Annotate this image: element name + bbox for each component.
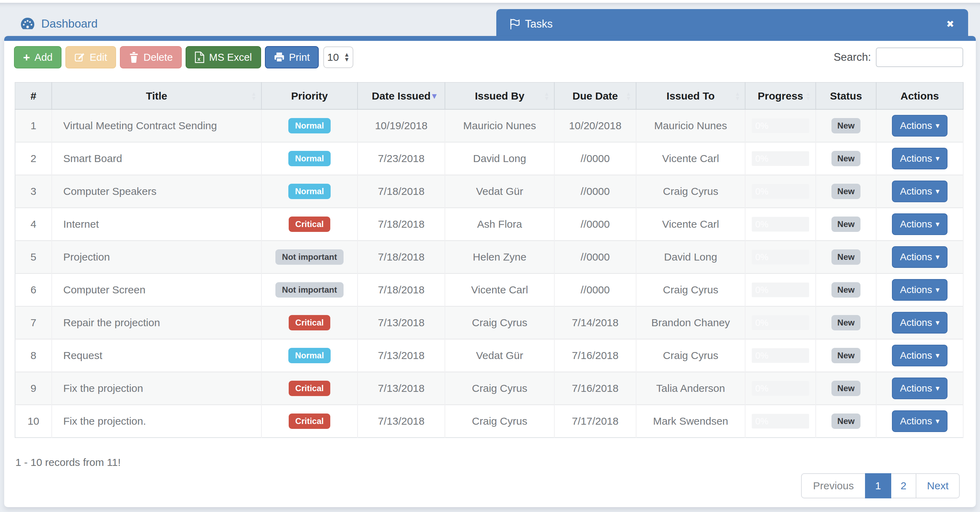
tasks-table: #Title▲▼PriorityDate Issued▼Issued By▲▼D… — [15, 82, 964, 438]
add-button[interactable]: + Add — [14, 46, 62, 68]
cell-issued-to: Vicente Carl — [636, 142, 745, 175]
caret-down-icon: ▾ — [935, 352, 939, 359]
trash-icon — [129, 52, 139, 63]
cell-date-issued: 7/13/2018 — [358, 405, 445, 437]
printer-icon — [274, 52, 285, 62]
column-header-label: Actions — [900, 90, 939, 101]
column-header-status: Status — [816, 82, 876, 109]
row-actions-label: Actions — [900, 284, 932, 295]
cell-actions: Actions▾ — [876, 109, 963, 142]
cell-due-date: //0000 — [554, 241, 636, 273]
priority-badge: Critical — [289, 381, 330, 396]
pagination-page-2[interactable]: 2 — [891, 473, 917, 498]
cell-date-issued: 7/18/2018 — [358, 208, 445, 241]
column-header-title[interactable]: Title▲▼ — [52, 82, 261, 109]
excel-button[interactable]: x MS Excel — [186, 46, 261, 68]
cell-issued-to: David Long — [636, 241, 745, 273]
pagination: Previous12Next — [801, 473, 960, 498]
column-header-num: # — [15, 82, 52, 109]
cell-actions: Actions▾ — [876, 208, 963, 241]
search-input[interactable] — [876, 48, 963, 67]
column-header-label: Status — [830, 90, 862, 101]
progress-bar: 0% — [752, 282, 809, 297]
pagination-next[interactable]: Next — [916, 473, 960, 498]
priority-badge: Critical — [289, 217, 330, 232]
row-actions-button[interactable]: Actions▾ — [892, 312, 948, 333]
cell-title: Computer Screen — [52, 273, 261, 306]
status-badge: New — [832, 414, 861, 429]
svg-text:x: x — [197, 56, 200, 62]
tachometer-icon — [19, 16, 36, 31]
cell-issued-to: Craig Cyrus — [636, 175, 745, 208]
cell-issued-to: Craig Cyrus — [636, 339, 745, 372]
cell-status: New — [816, 175, 876, 208]
progress-bar: 0% — [752, 315, 809, 330]
cell-actions: Actions▾ — [876, 175, 963, 208]
tab-dashboard[interactable]: Dashboard — [19, 11, 97, 36]
cell-status: New — [816, 241, 876, 273]
cell-progress: 0% — [745, 175, 816, 208]
row-actions-label: Actions — [900, 317, 932, 328]
table-row: 1Virtual Meeting Contract SendingNormal1… — [15, 109, 963, 142]
row-actions-label: Actions — [900, 383, 932, 394]
close-icon[interactable]: ✖ — [946, 19, 954, 30]
cell-date-issued: 7/13/2018 — [358, 372, 445, 405]
cell-progress: 0% — [745, 208, 816, 241]
cell-priority: Normal — [261, 175, 358, 208]
cell-priority: Critical — [261, 372, 358, 405]
column-header-progress[interactable]: Progress▲▼ — [745, 82, 816, 109]
row-actions-button[interactable]: Actions▾ — [892, 148, 948, 170]
caret-down-icon: ▾ — [935, 187, 939, 195]
cell-due-date: 7/16/2018 — [554, 339, 636, 372]
pagination-page-1[interactable]: 1 — [865, 473, 891, 498]
column-header-due_date[interactable]: Due Date▲▼ — [554, 82, 636, 109]
column-header-date_issued[interactable]: Date Issued▼ — [358, 82, 445, 109]
cell-title: Repair the projection — [52, 306, 261, 339]
plus-icon: + — [23, 51, 30, 63]
row-actions-button[interactable]: Actions▾ — [892, 279, 948, 301]
cell-row-number: 10 — [15, 405, 52, 437]
table-row: 10Fix the projection.Critical7/13/2018Cr… — [15, 405, 963, 437]
row-actions-button[interactable]: Actions▾ — [892, 181, 948, 202]
column-header-issued_to[interactable]: Issued To▲▼ — [636, 82, 745, 109]
page-size-select[interactable]: 10 ▲▼ — [323, 46, 353, 68]
table-row: 5ProjectionNot important7/18/2018Helen Z… — [15, 241, 963, 273]
cell-title: Request — [52, 339, 261, 372]
print-button[interactable]: Print — [265, 46, 319, 68]
top-strip — [0, 0, 980, 3]
column-header-issued_by[interactable]: Issued By▲▼ — [445, 82, 554, 109]
progress-bar: 0% — [752, 118, 809, 133]
column-header-label: Title — [146, 90, 167, 101]
cell-actions: Actions▾ — [876, 273, 963, 306]
tab-tasks-label: Tasks — [525, 18, 552, 30]
row-actions-button[interactable]: Actions▾ — [892, 377, 948, 399]
row-actions-button[interactable]: Actions▾ — [892, 411, 948, 432]
row-actions-button[interactable]: Actions▾ — [892, 246, 948, 268]
cell-issued-to: Mark Swendsen — [636, 405, 745, 437]
tab-tasks[interactable]: Tasks ✖ — [496, 9, 968, 39]
column-header-label: Issued By — [475, 90, 525, 101]
column-header-label: Progress — [758, 90, 803, 101]
cell-priority: Critical — [261, 306, 358, 339]
priority-badge: Not important — [275, 282, 344, 298]
edit-button[interactable]: Edit — [65, 46, 116, 68]
cell-priority: Normal — [261, 142, 358, 175]
cell-progress: 0% — [745, 339, 816, 372]
row-actions-button[interactable]: Actions▾ — [892, 213, 948, 235]
progress-bar: 0% — [752, 184, 809, 199]
pagination-previous[interactable]: Previous — [801, 473, 866, 498]
column-header-priority: Priority — [261, 82, 358, 109]
tasks-panel: + Add Edit — [4, 36, 976, 507]
spinner-arrows-icon[interactable]: ▲▼ — [344, 52, 350, 62]
sort-arrows-icon: ▲▼ — [544, 92, 549, 101]
row-actions-button[interactable]: Actions▾ — [892, 345, 948, 366]
cell-title: Internet — [52, 208, 261, 241]
cell-priority: Critical — [261, 208, 358, 241]
cell-issued-by: Craig Cyrus — [445, 405, 554, 437]
row-actions-button[interactable]: Actions▾ — [892, 115, 948, 136]
cell-date-issued: 7/13/2018 — [358, 339, 445, 372]
row-actions-label: Actions — [900, 153, 932, 164]
progress-bar: 0% — [752, 348, 809, 363]
row-actions-label: Actions — [900, 186, 932, 197]
delete-button[interactable]: Delete — [120, 46, 182, 68]
